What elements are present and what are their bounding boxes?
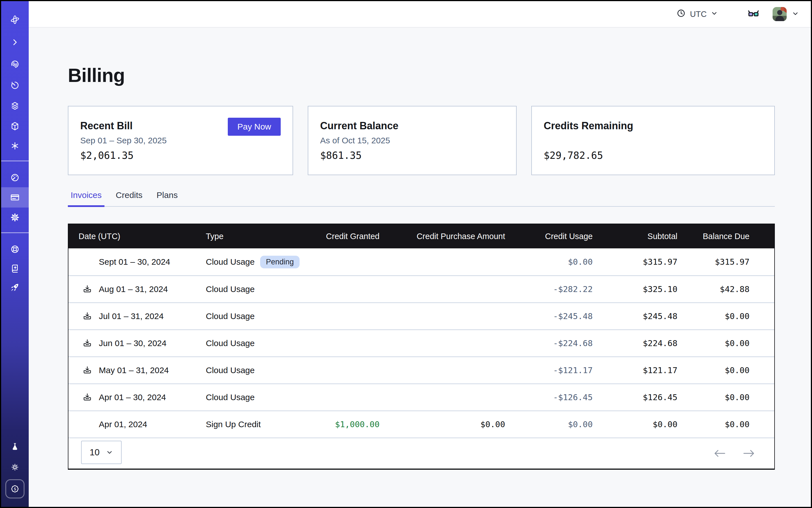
table-footer: 10: [69, 437, 774, 469]
history-icon: [10, 80, 20, 90]
invoice-date: May 01 – 31, 2024: [99, 366, 169, 375]
sidebar-item-chevron-right[interactable]: [1, 32, 29, 52]
next-page-button[interactable]: [743, 449, 755, 458]
credit-usage: -$121.17: [505, 366, 593, 375]
page-size-select[interactable]: 10: [81, 441, 122, 464]
invoice-type: Cloud UsagePending: [206, 256, 302, 268]
invoice-date: Aug 01 – 31, 2024: [99, 285, 168, 294]
sidebar-item-dollar-badge[interactable]: $: [1, 479, 29, 499]
sidebar-item-layers[interactable]: [1, 96, 29, 116]
sidebar-item-asterisk[interactable]: [1, 136, 29, 156]
invoice-date: Sept 01 – 30, 2024: [99, 257, 170, 267]
card-subtitle: Sep 01 – Sep 30, 2025: [80, 136, 281, 145]
invoice-type: Cloud Usage: [206, 392, 302, 402]
sidebar-item-logo[interactable]: [1, 9, 29, 30]
radar-icon: [10, 59, 20, 69]
billing-tabs: InvoicesCreditsPlans: [68, 190, 775, 207]
balance-due: $0.00: [677, 311, 774, 321]
sidebar-item-credit-card[interactable]: [1, 187, 29, 208]
subtotal: $325.10: [593, 285, 677, 294]
invoice-type: Cloud Usage: [206, 366, 302, 375]
subtotal: $0.00: [593, 420, 677, 429]
invoice-row: Jun 01 – 30, 2024Cloud Usage-$224.68$224…: [69, 330, 774, 356]
flask-icon: [10, 441, 20, 452]
credit-usage: -$126.45: [505, 392, 593, 402]
pay-now-button[interactable]: Pay Now: [228, 118, 281, 136]
balance-due: $0.00: [677, 392, 774, 402]
card-subtitle: As of Oct 15, 2025: [320, 136, 504, 145]
credit-purchase-amount: $0.00: [380, 420, 505, 429]
date-cell: Jun 01 – 30, 2024: [69, 338, 206, 348]
credit-granted: $1,000.00: [302, 420, 380, 429]
invoice-date: Jun 01 – 30, 2024: [99, 338, 166, 348]
topbar: UTC: [29, 1, 811, 28]
card-title: Credits Remaining: [544, 119, 762, 132]
date-cell: Aug 01 – 31, 2024: [69, 285, 206, 294]
chevron-down-icon: [711, 9, 718, 19]
page-size-value: 10: [90, 447, 100, 458]
credit-usage: $0.00: [505, 257, 593, 267]
tab-credits[interactable]: Credits: [113, 190, 145, 206]
subtotal: $315.97: [593, 257, 677, 267]
sidebar-item-cube[interactable]: [1, 116, 29, 136]
sun-icon: [10, 462, 20, 472]
card-amount: $2,061.35: [80, 150, 134, 161]
invoice-date: Jul 01 – 31, 2024: [99, 311, 164, 321]
subtotal: $126.45: [593, 392, 677, 402]
card-amount: $29,782.65: [544, 150, 603, 161]
date-cell: Jul 01 – 31, 2024: [69, 311, 206, 321]
sidebar-item-gauge[interactable]: [1, 167, 29, 187]
glasses-icon[interactable]: [747, 8, 760, 20]
invoice-date: Apr 01, 2024: [99, 420, 147, 429]
pagination-controls: [714, 449, 755, 458]
invoice-type: Cloud Usage: [206, 311, 302, 321]
credits-button[interactable]: $: [5, 479, 25, 499]
card-credits-remaining: Credits Remaining$29,782.65: [531, 106, 775, 175]
gear-icon: [10, 212, 20, 222]
app-window: $ UTC: [0, 0, 812, 508]
invoice-type: Cloud Usage: [206, 338, 302, 348]
account-menu[interactable]: [773, 7, 799, 21]
column-header: Credit Granted: [302, 232, 380, 241]
column-header: Credit Purchase Amount: [380, 232, 505, 241]
download-invoice-icon[interactable]: [83, 392, 92, 402]
column-header: Subtotal: [593, 232, 677, 241]
tab-plans[interactable]: Plans: [154, 190, 180, 206]
sidebar-item-rocket[interactable]: [1, 277, 29, 297]
download-invoice-icon[interactable]: [83, 338, 92, 348]
table-header-row: Date (UTC)TypeCredit GrantedCredit Purch…: [69, 224, 774, 248]
timezone-selector[interactable]: UTC: [676, 8, 718, 20]
sidebar-item-sun[interactable]: [1, 457, 29, 477]
avatar: [773, 7, 787, 21]
sidebar-item-book-sparkle[interactable]: [1, 258, 29, 279]
sidebar-item-flask[interactable]: [1, 436, 29, 457]
summary-cards: Recent BillSep 01 – Sep 30, 2025$2,061.3…: [68, 106, 775, 175]
clock-icon: [676, 8, 686, 20]
svg-text:$: $: [14, 486, 16, 491]
logo-icon: [9, 14, 20, 25]
invoice-row: Sept 01 – 30, 2024Cloud UsagePending$0.0…: [69, 248, 774, 276]
status-badge: Pending: [260, 256, 299, 268]
sidebar-item-gear[interactable]: [1, 207, 29, 227]
download-invoice-icon[interactable]: [83, 311, 92, 321]
sidebar-divider: [1, 161, 29, 161]
sidebar-item-radar[interactable]: [1, 54, 29, 74]
sidebar-item-history[interactable]: [1, 75, 29, 95]
tab-invoices[interactable]: Invoices: [68, 190, 104, 206]
date-cell: Apr 01 – 30, 2024: [69, 392, 206, 402]
sidebar-divider: [1, 232, 29, 233]
balance-due: $0.00: [677, 338, 774, 348]
rocket-icon: [10, 282, 20, 292]
card-amount: $861.35: [320, 150, 362, 161]
balance-due: $42.88: [677, 285, 774, 294]
download-invoice-icon[interactable]: [83, 366, 92, 375]
date-cell: May 01 – 31, 2024: [69, 366, 206, 375]
sidebar-item-lifebuoy[interactable]: [1, 239, 29, 259]
download-invoice-icon[interactable]: [83, 285, 92, 294]
prev-page-button[interactable]: [714, 449, 726, 458]
invoice-row: Aug 01 – 31, 2024Cloud Usage-$282.22$325…: [69, 276, 774, 302]
balance-due: $0.00: [677, 420, 774, 429]
layers-icon: [10, 101, 20, 111]
date-cell: Apr 01, 2024: [69, 420, 206, 429]
column-header: Date (UTC): [69, 232, 206, 241]
